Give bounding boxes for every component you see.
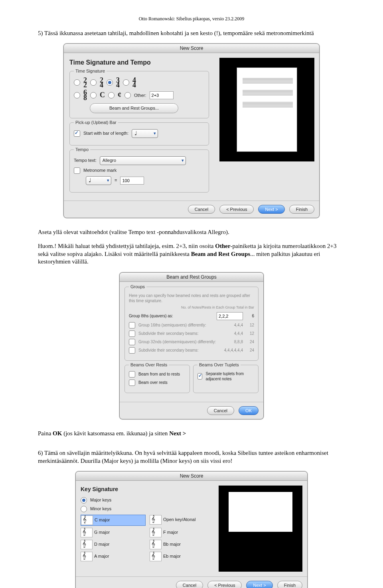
group-label: Beams Over Rests <box>129 362 169 368</box>
ts-radio-cut[interactable] <box>108 92 115 98</box>
group-32nds-value: 8,8,8 <box>234 339 243 344</box>
metronome-value-input[interactable] <box>120 177 144 185</box>
beam-rest-groups-dialog: Beam and Rest Groups Groups Here you can… <box>119 272 264 419</box>
key-f-major[interactable]: F major <box>150 527 215 538</box>
score-preview <box>219 58 314 161</box>
separate-tuplets-label: Separate tuplets from adjacent notes <box>205 371 254 382</box>
ts-radio-2-2[interactable] <box>74 79 80 86</box>
ts-radio-other[interactable] <box>124 92 131 98</box>
group-label: Tempo <box>74 147 90 152</box>
ts-radio-c[interactable] <box>90 92 97 98</box>
clef-icon <box>150 528 162 537</box>
paragraph-ok-next: Paina OK (jos kävit katsomassa em. ikkun… <box>38 430 345 438</box>
subdivide-32nds-value: 4,4,4,4,4,4 <box>224 348 243 353</box>
ts-radio-2-4[interactable] <box>90 79 97 86</box>
dialog-title: New Score <box>76 472 307 481</box>
group-label: Groups <box>129 284 146 289</box>
ts-6-8: 68 <box>83 90 87 100</box>
key-c-major[interactable]: C major <box>81 515 146 526</box>
minor-keys-radio[interactable] <box>81 506 87 512</box>
metronome-note-combo[interactable]: ♩ <box>86 176 111 185</box>
group-16ths-checkbox[interactable] <box>129 322 135 328</box>
group-8ths-input[interactable] <box>217 312 243 320</box>
dialog-heading: Key Signature <box>81 486 215 493</box>
time-signature-group: Time Signature 22 24 34 44 68 C ¢ Other:… <box>69 71 209 118</box>
ts-2-4: 24 <box>100 78 103 88</box>
subdivide-32nds-total: 24 <box>246 348 254 353</box>
column-header: No. of Notes/Rests in Each Group Total i… <box>129 305 254 310</box>
ts-radio-6-8[interactable] <box>74 92 80 98</box>
finish-button[interactable]: Finish <box>277 581 302 588</box>
cancel-button[interactable]: Cancel <box>188 205 215 214</box>
next-button[interactable]: Next > <box>246 581 272 588</box>
subdivide-32nds-checkbox[interactable] <box>129 347 135 354</box>
equals-label: = <box>115 177 117 183</box>
subdivide-16ths-checkbox[interactable] <box>129 330 135 337</box>
beam-groups-button[interactable]: Beam and Rest Groups... <box>90 103 178 113</box>
tempo-text-label: Tempo text: <box>74 157 97 163</box>
previous-button[interactable]: < Previous <box>219 205 254 214</box>
group-label: Beams Over Tuplets <box>197 362 241 368</box>
clef-icon <box>81 552 93 561</box>
key-eb-major[interactable]: Eb major <box>150 551 215 562</box>
ts-cut: ¢ <box>118 92 121 98</box>
previous-button[interactable]: < Previous <box>207 581 242 588</box>
key-d-major[interactable]: D major <box>81 539 146 550</box>
group-label: Time Signature <box>74 68 107 74</box>
key-a-major[interactable]: A major <box>81 551 146 562</box>
minor-keys-label: Minor keys <box>90 506 111 511</box>
group-label: Pick-up (Upbeat) Bar <box>74 120 118 125</box>
other-input[interactable] <box>150 91 174 99</box>
other-label: Other: <box>134 92 146 98</box>
ts-4-4: 44 <box>132 78 136 88</box>
subdivide-16ths-total: 12 <box>246 331 254 336</box>
tempo-text-combo[interactable]: Allegro <box>100 156 186 165</box>
major-keys-radio[interactable] <box>81 497 87 503</box>
group-32nds-total: 24 <box>246 339 254 344</box>
dialog-heading: Time Signature and Tempo <box>69 59 209 67</box>
ok-button[interactable]: OK <box>239 406 259 415</box>
next-button[interactable]: Next > <box>258 205 284 214</box>
beam-over-rests-checkbox[interactable] <box>129 380 135 386</box>
ts-radio-3-4[interactable] <box>107 79 113 86</box>
key-bb-major[interactable]: Bb major <box>150 539 215 550</box>
groups-group: Groups Here you can specify how beamed n… <box>124 287 259 361</box>
quarter-note-icon: ♩ <box>89 177 91 184</box>
clef-icon <box>81 540 93 549</box>
new-score-dialog-key: New Score Key Signature Major keys Minor… <box>75 471 308 588</box>
clef-icon <box>150 540 162 549</box>
subdivide-16ths-value: 4,4,4 <box>234 331 243 336</box>
dialog-title: Beam and Rest Groups <box>120 273 263 282</box>
subdivide-16ths-label: Subdivide their secondary beams: <box>138 331 231 336</box>
cancel-button[interactable]: Cancel <box>176 581 203 588</box>
pickup-length-combo[interactable]: ♩ <box>132 129 158 138</box>
major-keys-label: Major keys <box>90 497 111 503</box>
key-grid: C major Open key/Atonal G major F major … <box>81 515 215 562</box>
cancel-button[interactable]: Cancel <box>207 406 234 415</box>
group-8ths-total: 6 <box>246 313 254 319</box>
groups-note: Here you can specify how beamed notes an… <box>129 293 254 303</box>
key-preview <box>219 486 302 572</box>
new-score-dialog-tempo: New Score Time Signature and Tempo Time … <box>63 43 320 218</box>
beams-over-rests-group: Beams Over Rests Beam from and to rests … <box>124 365 190 393</box>
paragraph-allegro: Aseta yllä olevat vaihtoehdot (valitse T… <box>38 228 345 236</box>
quarter-note-icon: ♩ <box>134 130 137 137</box>
group-16ths-value: 4,4,4 <box>234 323 243 328</box>
metronome-checkbox[interactable] <box>74 167 80 174</box>
subdivide-32nds-label: Subdivide their secondary beams: <box>138 348 221 353</box>
pickup-checkbox[interactable] <box>74 130 80 137</box>
dialog-button-row: Cancel < Previous Next > Finish <box>76 576 307 588</box>
beam-from-rests-checkbox[interactable] <box>129 371 135 378</box>
finish-button[interactable]: Finish <box>289 205 314 214</box>
page-header: Otto Romanowski: Sibelius pikaopas, vers… <box>38 16 345 22</box>
clef-icon <box>150 515 162 525</box>
group-16ths-label: Group 16ths (semiquavers) differently: <box>138 323 231 328</box>
separate-tuplets-checkbox[interactable] <box>197 373 202 380</box>
pickup-group: Pick-up (Upbeat) Bar Start with bar of l… <box>69 122 209 146</box>
key-open-atonal[interactable]: Open key/Atonal <box>150 515 215 525</box>
group-32nds-checkbox[interactable] <box>129 339 135 345</box>
key-g-major[interactable]: G major <box>81 527 146 538</box>
paragraph-5: 5) Tässä ikkunassa asetetaan tahtilaji, … <box>38 29 345 37</box>
group-8ths-label: Group 8ths (quavers) as: <box>129 313 213 319</box>
ts-radio-4-4[interactable] <box>123 79 129 86</box>
